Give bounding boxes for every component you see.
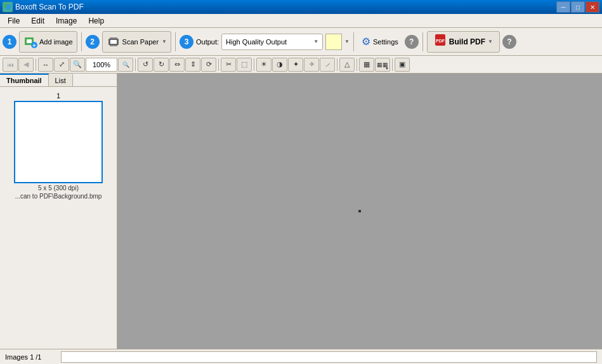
output-arrow-icon: ▼ [313, 39, 318, 44]
thumb-filename: ...can to PDF\Background.bmp [15, 193, 102, 200]
menu-help[interactable]: Help [83, 15, 109, 27]
menu-file[interactable]: File [3, 15, 25, 27]
t2-sep6 [357, 58, 357, 71]
output-label: Output: [196, 38, 219, 46]
deskew-button[interactable]: ⟋ [320, 58, 335, 72]
list-tab[interactable]: List [49, 74, 73, 86]
add-image-icon: + [23, 35, 37, 49]
title-text: Boxoft Scan To PDF [15, 3, 84, 11]
canvas-area [117, 74, 602, 349]
scan-paper-label: Scan Paper [122, 38, 159, 46]
add-image-button[interactable]: + Add image [19, 31, 77, 53]
select-button[interactable]: ⬚ [237, 58, 252, 72]
title-bar-buttons: ─ □ ✕ [556, 1, 599, 13]
t2-sep1 [36, 58, 36, 71]
thumb-number: 1 [56, 92, 60, 100]
t2-sep2 [135, 58, 136, 71]
rotate-left-button[interactable]: ↺ [138, 58, 153, 72]
zoom-in-button[interactable]: 🔍 [70, 58, 85, 72]
panel-tabs: Thumbnail List [0, 74, 117, 87]
flip-v-button[interactable]: ⇕ [185, 58, 200, 72]
svg-rect-9 [110, 40, 117, 44]
title-bar: Boxoft Scan To PDF ─ □ ✕ [0, 0, 602, 14]
crop-button[interactable]: ✂ [221, 58, 236, 72]
scan-paper-button[interactable]: Scan Paper ▼ [102, 31, 171, 53]
thumbnail-tab[interactable]: Thumbnail [0, 74, 49, 86]
svg-text:+: + [32, 42, 36, 49]
blur-button[interactable]: ✧ [304, 58, 319, 72]
sep1 [81, 32, 82, 51]
t2-sep3 [218, 58, 219, 71]
help-button[interactable]: ? [405, 35, 419, 49]
rotate-right-button[interactable]: ↻ [154, 58, 169, 72]
svg-rect-8 [110, 45, 117, 46]
menu-image[interactable]: Image [51, 15, 82, 27]
thumbnail-item[interactable]: 1 5 x 5 (300 dpi) ...can to PDF\Backgrou… [14, 92, 103, 200]
fit-width-button[interactable]: ↔ [38, 58, 53, 72]
brightness-button[interactable]: ☀ [256, 58, 272, 72]
fit-page-button[interactable]: ⤢ [54, 58, 69, 72]
left-panel: Thumbnail List 1 5 x 5 (300 dpi) ...can … [0, 74, 117, 349]
sep4 [422, 32, 423, 51]
thumbnail-area: 1 5 x 5 (300 dpi) ...can to PDF\Backgrou… [0, 87, 117, 349]
flip-h-button[interactable]: ⇔ [169, 58, 185, 72]
t2-sep5 [337, 58, 337, 71]
svg-rect-3 [27, 39, 32, 43]
minimize-button[interactable]: ─ [556, 1, 570, 13]
step2-indicator: 2 [86, 35, 100, 49]
close-button[interactable]: ✕ [586, 1, 599, 13]
first-page-button[interactable]: ⏮ [3, 58, 18, 72]
sep3 [353, 32, 354, 51]
status-images-count: Images 1 /1 [5, 353, 56, 361]
main-toolbar: 1 + Add image 2 Scan Paper ▼ 3 Outp [0, 28, 602, 56]
menu-bar: File Edit Image Help [0, 14, 602, 28]
scan-paper-icon [107, 35, 121, 49]
image-toolbar: ⏮ ◀ ↔ ⤢ 🔍 100% 🔍 ↺ ↻ ⇔ ⇕ ⟳ ✂ ⬚ ☀ ◑ ✦ ✧ ⟋… [0, 56, 602, 74]
output-dropdown[interactable]: High Quality Output ▼ [221, 34, 323, 50]
t2-sep4 [254, 58, 254, 71]
sep2 [175, 32, 176, 51]
scan-paper-arrow: ▼ [162, 39, 167, 44]
options-button[interactable]: ▣ [395, 58, 410, 72]
thumb-image[interactable] [14, 101, 103, 183]
grayscale-button[interactable]: △ [339, 58, 355, 72]
status-input[interactable] [61, 351, 597, 363]
zoom-minus-button[interactable]: 🔍 [118, 58, 133, 72]
settings-button[interactable]: ⚙ Settings [358, 31, 402, 53]
thumb-dimensions: 5 x 5 (300 dpi) [38, 185, 79, 192]
color-dropdown-arrow[interactable]: ▼ [344, 39, 350, 44]
app-icon [3, 2, 13, 12]
step3-indicator: 3 [180, 35, 193, 49]
menu-edit[interactable]: Edit [26, 15, 49, 27]
settings-label: Settings [373, 38, 398, 46]
help-button2[interactable]: ? [502, 35, 516, 49]
output-value: High Quality Output [226, 38, 312, 46]
build-pdf-label: Build PDF [449, 37, 485, 46]
svg-rect-1 [6, 4, 11, 10]
contrast-button[interactable]: ◑ [272, 58, 287, 72]
t2-sep7 [392, 58, 393, 71]
svg-rect-7 [110, 37, 117, 39]
add-image-label: Add image [39, 38, 73, 46]
layout2-button[interactable]: ▦▦ ▼ [375, 58, 390, 72]
layout-button[interactable]: ▦ [359, 58, 374, 72]
color-picker[interactable] [325, 34, 342, 50]
restore-button[interactable]: □ [571, 1, 585, 13]
build-pdf-button[interactable]: PDF Build PDF ▼ [427, 31, 500, 53]
status-bar: Images 1 /1 [0, 349, 602, 364]
prev-page-button[interactable]: ◀ [18, 58, 34, 72]
canvas-cursor [358, 210, 361, 212]
gear-icon: ⚙ [362, 36, 370, 48]
step1-indicator: 1 [3, 35, 16, 49]
zoom-level: 100% [86, 58, 117, 72]
main-content: Thumbnail List 1 5 x 5 (300 dpi) ...can … [0, 74, 602, 349]
pdf-icon: PDF [434, 34, 447, 49]
auto-rotate-button[interactable]: ⟳ [201, 58, 216, 72]
build-pdf-arrow: ▼ [488, 39, 493, 44]
svg-text:PDF: PDF [436, 39, 445, 43]
sharpen-button[interactable]: ✦ [288, 58, 303, 72]
